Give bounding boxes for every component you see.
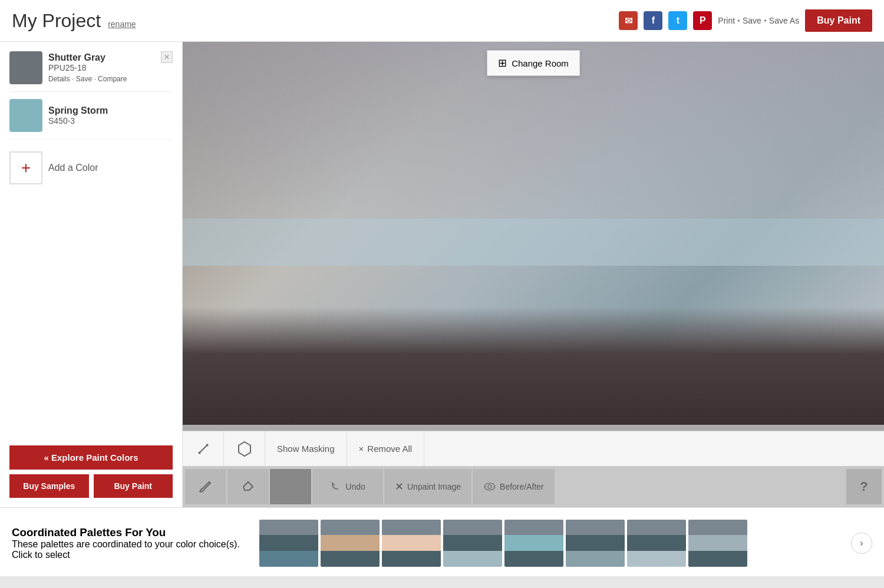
print-link[interactable]: Print	[718, 16, 735, 25]
buy-paint-sidebar-button[interactable]: Buy Paint	[94, 474, 173, 498]
palette-swatch-2[interactable]	[321, 520, 380, 567]
color-links-1: Details · Save · Compare	[48, 75, 155, 83]
palettes-content: Coordinated Palettes For You These palet…	[12, 520, 872, 567]
save-link[interactable]: Save	[743, 16, 761, 25]
svg-marker-3	[239, 442, 250, 456]
show-masking-label: Show Masking	[277, 444, 335, 454]
add-color-plus-button[interactable]: +	[9, 151, 42, 184]
kitchen-counter	[183, 307, 884, 425]
save-color-link[interactable]: Save	[76, 75, 92, 83]
palette-swatch-1[interactable]	[259, 520, 318, 567]
color-code-2: S450-3	[48, 116, 173, 125]
header: My Project rename ✉ f t P Print • Save •…	[0, 0, 884, 42]
main-content: Shutter Gray PPU25-18 Details · Save · C…	[0, 42, 884, 507]
header-actions: Print • Save • Save As	[718, 16, 799, 25]
remove-all-label: Remove All	[367, 444, 412, 454]
separator-dot-2: •	[764, 16, 767, 25]
palettes-left: Coordinated Palettes For You These palet…	[12, 526, 259, 560]
change-room-button[interactable]: ⊞ Change Room	[487, 50, 580, 76]
palettes-swatches	[259, 520, 846, 567]
color-info-2: Spring Storm S450-3	[48, 105, 173, 125]
pencil-tool-button[interactable]	[183, 431, 224, 467]
svg-marker-4	[243, 482, 253, 490]
sidebar-bottom-row: Buy Samples Buy Paint	[9, 474, 173, 498]
svg-point-12	[488, 485, 492, 488]
explore-paint-colors-button[interactable]: « Explore Paint Colors	[9, 445, 173, 470]
svg-point-6	[289, 485, 292, 488]
add-color-row[interactable]: + Add a Color	[9, 147, 173, 189]
color-info-1: Shutter Gray PPU25-18 Details · Save · C…	[48, 52, 155, 83]
sidebar: Shutter Gray PPU25-18 Details · Save · C…	[0, 42, 183, 507]
action-bar: Undo ✕ Unpaint Image Before/After ?	[183, 466, 884, 507]
close-color-1-button[interactable]: ✕	[161, 51, 173, 63]
change-room-label: Change Room	[512, 58, 569, 68]
kitchen-image: ⊞ Change Room	[183, 42, 884, 425]
color-entry-2: Spring Storm S450-3	[9, 99, 173, 140]
unpaint-image-button[interactable]: ✕ Unpaint Image	[384, 469, 471, 504]
pinterest-icon[interactable]: P	[693, 11, 712, 30]
rename-link[interactable]: rename	[108, 19, 136, 29]
palette-swatch-7[interactable]	[627, 520, 686, 567]
change-room-icon: ⊞	[498, 57, 507, 70]
brush-tool-button[interactable]	[185, 469, 226, 504]
hexagon-tool-button[interactable]	[224, 431, 265, 467]
color-swatch-2	[9, 99, 42, 132]
palette-swatch-4[interactable]	[443, 520, 502, 567]
remove-all-icon: ×	[359, 444, 364, 454]
color-name-2: Spring Storm	[48, 105, 173, 116]
color-name-1: Shutter Gray	[48, 52, 155, 63]
canvas-area: ⊞ Change Room Show Masking	[183, 42, 884, 507]
remove-all-button[interactable]: × Remove All	[347, 431, 425, 467]
twitter-icon[interactable]: t	[668, 11, 687, 30]
undo-button[interactable]: Undo	[312, 469, 383, 504]
sidebar-bottom: « Explore Paint Colors Buy Samples Buy P…	[9, 445, 173, 498]
masking-toolbar: Show Masking × Remove All	[183, 431, 884, 466]
palette-swatch-3[interactable]	[382, 520, 441, 567]
compare-link[interactable]: Compare	[98, 75, 127, 83]
header-left: My Project rename	[12, 10, 136, 32]
color-code-1: PPU25-18	[48, 63, 155, 72]
email-icon[interactable]: ✉	[619, 11, 638, 30]
add-color-label: Add a Color	[48, 163, 98, 173]
details-link[interactable]: Details	[48, 75, 70, 83]
unpaint-icon: ✕	[395, 480, 404, 493]
color-swatch-1	[9, 51, 42, 84]
facebook-icon[interactable]: f	[644, 11, 662, 30]
palettes-title: Coordinated Palettes For You	[12, 526, 259, 539]
before-after-button[interactable]: Before/After	[473, 469, 555, 504]
palette-next-button[interactable]: ›	[851, 533, 872, 554]
before-after-label: Before/After	[500, 482, 544, 491]
header-right: ✉ f t P Print • Save • Save As Buy Paint	[619, 9, 872, 32]
palette-swatch-8[interactable]	[688, 520, 747, 567]
undo-label: Undo	[345, 482, 365, 491]
palette-swatch-6[interactable]	[566, 520, 625, 567]
target-tool-button[interactable]	[270, 469, 311, 504]
buy-paint-button[interactable]: Buy Paint	[805, 9, 872, 32]
svg-line-0	[199, 444, 208, 454]
separator-dot-1: •	[737, 16, 740, 25]
project-title: My Project	[12, 10, 101, 32]
color-entry-1: Shutter Gray PPU25-18 Details · Save · C…	[9, 51, 173, 92]
palette-swatch-5[interactable]	[504, 520, 563, 567]
help-button[interactable]: ?	[846, 469, 882, 504]
palettes-section: Coordinated Palettes For You These palet…	[0, 507, 884, 576]
eraser-tool-button[interactable]	[227, 469, 269, 504]
kitchen-backsplash	[183, 219, 884, 266]
save-as-link[interactable]: Save As	[769, 16, 799, 25]
unpaint-label: Unpaint Image	[407, 482, 461, 491]
palettes-description: These palettes are coordinated to your c…	[12, 539, 259, 560]
buy-samples-button[interactable]: Buy Samples	[9, 474, 89, 498]
show-masking-button[interactable]: Show Masking	[265, 431, 347, 467]
